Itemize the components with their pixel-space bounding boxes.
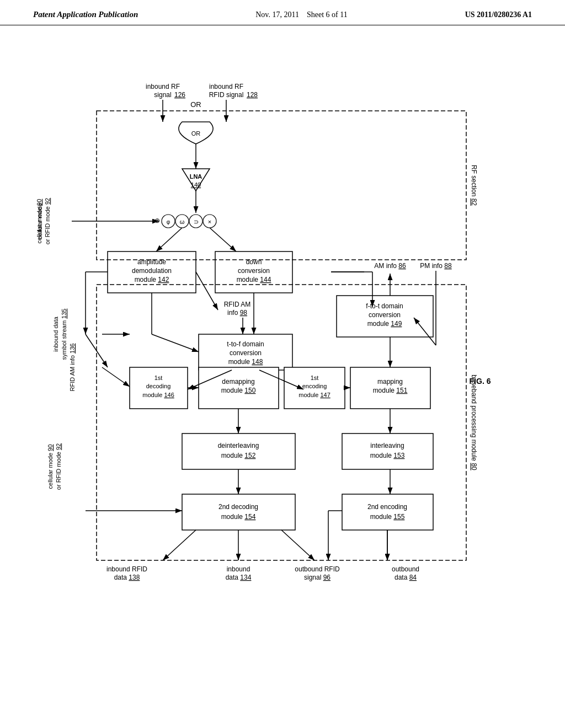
decoding-2nd-box xyxy=(182,494,295,530)
svg-text:demodulation: demodulation xyxy=(132,267,172,275)
svg-text:signal: signal xyxy=(154,91,171,99)
svg-text:signal 96: signal 96 xyxy=(304,574,331,581)
svg-text:×: × xyxy=(208,218,211,225)
svg-text:module 142: module 142 xyxy=(135,276,169,283)
svg-text:conversion: conversion xyxy=(230,349,262,357)
svg-text:info 98: info 98 xyxy=(227,309,247,317)
svg-text:decoding: decoding xyxy=(146,383,171,389)
svg-text:φ: φ xyxy=(167,219,170,225)
svg-text:2nd decoding: 2nd decoding xyxy=(218,503,258,511)
svg-text:126: 126 xyxy=(174,91,185,99)
svg-text:module 154: module 154 xyxy=(221,513,256,521)
svg-text:RFID signal: RFID signal xyxy=(209,91,244,99)
svg-text:module 150: module 150 xyxy=(221,387,256,394)
svg-line-26 xyxy=(210,228,236,251)
svg-text:module 152: module 152 xyxy=(221,452,256,459)
pm-info-label: PM info 88 xyxy=(420,262,452,270)
svg-text:RFID AM info 136: RFID AM info 136 xyxy=(69,344,76,392)
svg-text:RF section 82: RF section 82 xyxy=(470,165,478,206)
outbound-rfid-signal-label: outbound RFID xyxy=(295,565,340,573)
svg-line-94 xyxy=(152,334,199,352)
rfid-am-info-label: RFID AM xyxy=(224,301,251,308)
patent-number: US 2011/0280236 A1 xyxy=(465,10,532,19)
svg-text:down: down xyxy=(246,258,262,266)
svg-text:ω: ω xyxy=(180,218,185,225)
svg-text:module 151: module 151 xyxy=(373,387,408,394)
svg-text:module 149: module 149 xyxy=(367,320,402,328)
svg-text:⊃: ⊃ xyxy=(194,218,199,225)
svg-text:module 146: module 146 xyxy=(142,392,174,398)
svg-text:interleaving: interleaving xyxy=(370,442,404,449)
outbound-data-label: outbound xyxy=(392,565,419,573)
svg-text:symbol stream 135: symbol stream 135 xyxy=(61,309,67,360)
encoding-2nd-box xyxy=(342,494,433,530)
am-info-label: AM info 86 xyxy=(374,262,406,270)
svg-text:amplitude: amplitude xyxy=(137,258,166,266)
svg-text:conversion: conversion xyxy=(369,311,401,319)
svg-text:1st: 1st xyxy=(311,374,319,381)
svg-text:or RFID mode 92: or RFID mode 92 xyxy=(44,198,51,244)
svg-line-34 xyxy=(196,272,218,310)
svg-text:deinterleaving: deinterleaving xyxy=(218,442,259,449)
svg-text:data 134: data 134 xyxy=(226,574,252,581)
svg-text:t-to-f domain: t-to-f domain xyxy=(227,340,264,348)
cellular-mode-label-top: cellular mode 90 or RFID mode 92 xyxy=(36,198,51,244)
svg-text:LNA: LNA xyxy=(190,173,202,180)
inbound-rfid-label: inbound RF xyxy=(209,83,243,90)
rf-section-label: RF section 82 xyxy=(470,165,478,206)
svg-text:128: 128 xyxy=(247,91,258,99)
svg-text:140: 140 xyxy=(191,181,201,188)
cellular-mode-label-bot: cellular mode 90 or RFID mode 92 xyxy=(47,443,62,490)
rfid-am-info2-label: RFID AM info 136 xyxy=(69,344,76,392)
svg-text:1st: 1st xyxy=(154,374,163,381)
figure-label: FIG. 6 xyxy=(470,377,491,386)
svg-text:cellular mode 90: cellular mode 90 xyxy=(47,445,54,489)
svg-text:mapping: mapping xyxy=(377,378,403,386)
svg-text:data 84: data 84 xyxy=(395,574,417,581)
svg-line-25 xyxy=(156,228,182,251)
inbound-data2-label: inbound xyxy=(227,565,250,573)
svg-text:module 147: module 147 xyxy=(299,392,331,398)
inbound-data-label: inbound data symbol stream 135 xyxy=(52,309,67,360)
svg-text:f-to-t domain: f-to-t domain xyxy=(366,302,403,310)
svg-text:encoding: encoding xyxy=(302,383,327,389)
svg-text:2nd encoding: 2nd encoding xyxy=(367,503,407,511)
date-sheet-label: Nov. 17, 2011 Sheet 6 of 11 xyxy=(255,10,347,19)
page-header: Patent Application Publication Nov. 17, … xyxy=(0,0,565,25)
svg-text:module 148: module 148 xyxy=(228,358,263,366)
svg-text:module 155: module 155 xyxy=(370,513,405,521)
svg-line-61 xyxy=(163,530,196,560)
svg-text:inbound data: inbound data xyxy=(52,316,59,351)
svg-line-43 xyxy=(102,367,130,387)
svg-text:module 144: module 144 xyxy=(237,276,271,283)
or-label: OR xyxy=(190,100,201,109)
rf-section-box xyxy=(97,111,466,260)
svg-text:OR: OR xyxy=(191,130,201,137)
inbound-rfid-data-label: inbound RFID xyxy=(106,565,147,573)
svg-text:conversion: conversion xyxy=(238,267,270,275)
baseband-label: baseband processing module 80 xyxy=(470,374,478,470)
patent-diagram: inbound RF signal 126 OR inbound RF RFID… xyxy=(0,25,565,720)
svg-text:or RFID mode 92: or RFID mode 92 xyxy=(55,443,62,490)
svg-text:module 153: module 153 xyxy=(370,452,405,459)
inbound-rf-label: inbound RF xyxy=(146,83,180,90)
svg-text:baseband processing module 80: baseband processing module 80 xyxy=(470,374,478,470)
svg-text:data 138: data 138 xyxy=(114,574,140,581)
publication-label: Patent Application Publication xyxy=(33,10,138,19)
svg-line-86 xyxy=(281,530,315,560)
svg-text:demapping: demapping xyxy=(222,378,254,386)
svg-text:cellular mode 90: cellular mode 90 xyxy=(36,199,42,244)
diagram-area: inbound RF signal 126 OR inbound RF RFID… xyxy=(0,25,565,720)
